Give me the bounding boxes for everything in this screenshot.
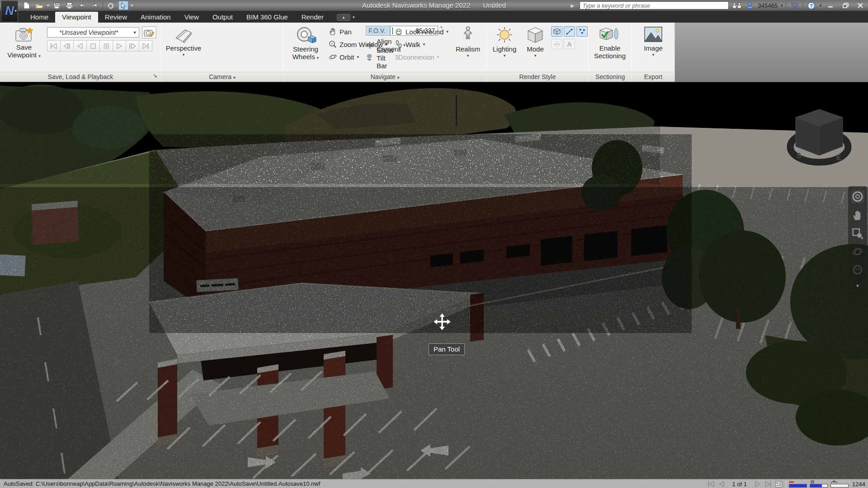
walk-dropdown-icon[interactable]: ▾ xyxy=(423,42,425,47)
rewind-start-button[interactable] xyxy=(47,40,61,52)
steering-wheels-dropdown-icon[interactable]: ▾ xyxy=(317,56,319,60)
next-sheet-button[interactable] xyxy=(753,480,761,488)
orbit-nav-icon[interactable] xyxy=(852,246,863,258)
select-dropdown-icon[interactable]: ▾ xyxy=(131,3,133,8)
ribbon-viewpoint: Save Viewpoint ▾ *Unsaved Viewpoint* ▾ xyxy=(0,23,868,82)
restore-button[interactable] xyxy=(840,1,851,9)
viewpoint-combo-dropdown-icon[interactable]: ▾ xyxy=(131,30,139,35)
render-snap-points-toggle[interactable] xyxy=(551,39,562,49)
play-backward-button[interactable] xyxy=(73,40,87,52)
group-label-save-load-playback[interactable]: Save, Load & Playback ↘ xyxy=(0,72,161,82)
walk-button[interactable]: Walk▾ xyxy=(395,39,425,50)
step-forward-button[interactable] xyxy=(126,40,139,52)
perspective-dropdown-icon[interactable]: ▾ xyxy=(183,53,185,56)
edit-viewpoint-button[interactable] xyxy=(142,26,156,38)
search-input[interactable] xyxy=(580,1,729,9)
zoom-nav-icon[interactable] xyxy=(852,228,863,239)
render-points-toggle[interactable] xyxy=(576,26,588,37)
user-id-label[interactable]: 345465 xyxy=(758,2,778,9)
svg-text:S: S xyxy=(797,152,802,160)
export-image-button[interactable]: Image ▾ xyxy=(639,24,667,57)
statusbar-separator xyxy=(786,480,786,488)
tab-output[interactable]: Output xyxy=(206,12,240,23)
group-label-navigate[interactable]: Navigate ▾ xyxy=(283,72,486,82)
render-surfaces-toggle[interactable] xyxy=(551,26,562,37)
refresh-button[interactable] xyxy=(106,1,116,10)
zoom-window-dropdown-icon[interactable]: ▾ xyxy=(386,42,388,47)
save-viewpoint-dropdown-icon[interactable]: ▾ xyxy=(38,54,41,58)
minimize-button[interactable] xyxy=(825,1,836,9)
print-button[interactable] xyxy=(65,1,75,10)
enable-sectioning-button[interactable]: Enable Sectioning xyxy=(591,24,629,60)
group-label-render-style[interactable]: Render Style xyxy=(487,72,588,82)
tab-bim360glue[interactable]: BIM 360 Glue xyxy=(240,12,295,23)
render-text-toggle[interactable]: A xyxy=(564,39,575,49)
look-around-dropdown-icon[interactable]: ▾ xyxy=(446,29,448,34)
viewpoint-combobox[interactable]: *Unsaved Viewpoint* ▾ xyxy=(47,27,139,38)
render-lines-toggle[interactable] xyxy=(564,26,575,37)
redo-button[interactable] xyxy=(90,1,100,10)
help-dropdown-icon[interactable]: ▾ xyxy=(819,3,821,8)
ribbon-display-dropdown-icon[interactable]: ▾ xyxy=(353,15,355,19)
search-binoculars-icon[interactable] xyxy=(732,1,742,10)
new-file-button[interactable] xyxy=(22,1,32,10)
navbar-more-chevron-icon[interactable]: ▾ xyxy=(856,283,859,289)
previous-sheet-button[interactable] xyxy=(718,480,726,488)
ribbon-display-icon[interactable]: ▲ xyxy=(337,14,350,21)
first-sheet-button[interactable] xyxy=(707,480,715,488)
group-label-sectioning[interactable]: Sectioning xyxy=(589,72,632,82)
open-file-button[interactable] xyxy=(34,1,44,10)
mode-button[interactable]: Mode ▾ xyxy=(521,24,549,58)
web-server-icon xyxy=(830,480,838,483)
last-sheet-button[interactable] xyxy=(764,480,772,488)
undo-button[interactable] xyxy=(77,1,87,10)
tab-render[interactable]: Render xyxy=(295,12,330,23)
group-label-camera[interactable]: Camera ▾ xyxy=(161,72,283,82)
dialog-launcher-icon[interactable]: ↘ xyxy=(153,71,157,80)
look-around-button[interactable]: Look Around▾ xyxy=(395,26,448,37)
help-icon[interactable]: ? xyxy=(806,1,816,10)
user-dropdown-icon[interactable]: ▾ xyxy=(781,3,783,8)
tab-view[interactable]: View xyxy=(178,12,206,23)
viewport-3d-scene[interactable]: W N S E xyxy=(0,82,868,479)
steering-wheel-nav-icon[interactable] xyxy=(851,190,864,203)
group-label-export[interactable]: Export xyxy=(632,72,675,82)
viewcube[interactable]: W N S E xyxy=(790,109,848,162)
save-viewpoint-button[interactable]: Save Viewpoint ▾ xyxy=(5,24,43,59)
zoom-window-button[interactable]: Zoom Window▾ xyxy=(329,39,387,50)
stop-button[interactable] xyxy=(86,40,100,52)
orbit-button[interactable]: Orbit▾ xyxy=(329,52,359,62)
titlebar-separator2 xyxy=(802,1,803,9)
play-button[interactable] xyxy=(113,40,126,52)
tab-animation[interactable]: Animation xyxy=(134,12,178,23)
export-image-dropdown-icon[interactable]: ▾ xyxy=(652,53,655,56)
tab-viewpoint[interactable]: Viewpoint xyxy=(55,12,98,23)
lighting-button[interactable]: Lighting ▾ xyxy=(490,24,519,58)
realism-dropdown-icon[interactable]: ▾ xyxy=(467,54,469,57)
pan-button[interactable]: Pan xyxy=(329,26,352,37)
app-store-cart-icon[interactable] xyxy=(789,1,799,10)
viewport-3d[interactable]: W N S E Pan Tool xyxy=(0,82,868,479)
tab-home[interactable]: Home xyxy=(24,12,55,23)
open-dropdown-icon[interactable]: ▾ xyxy=(47,3,49,8)
look-nav-icon[interactable] xyxy=(852,264,863,276)
perspective-button[interactable]: Perspective ▾ xyxy=(165,24,202,57)
save-button[interactable] xyxy=(52,1,62,10)
mode-dropdown-icon[interactable]: ▾ xyxy=(534,54,537,57)
realism-button[interactable]: Realism ▾ xyxy=(453,24,482,58)
orbit-dropdown-icon[interactable]: ▾ xyxy=(357,55,359,59)
close-button[interactable] xyxy=(854,1,866,9)
sheet-browser-button[interactable] xyxy=(775,480,783,488)
application-menu-button[interactable]: N▾ xyxy=(1,0,18,22)
steering-wheels-button[interactable]: Steering Wheels ▾ xyxy=(287,24,324,61)
step-back-button[interactable] xyxy=(60,40,74,52)
go-to-end-button[interactable] xyxy=(139,40,152,52)
pause-button[interactable] xyxy=(99,40,113,52)
sign-in-user-icon[interactable] xyxy=(745,1,755,10)
pan-nav-icon[interactable] xyxy=(852,210,863,221)
tab-review[interactable]: Review xyxy=(98,12,134,23)
select-tool-button[interactable] xyxy=(118,1,128,10)
threedconnexion-button[interactable]: 3Dconnexion▾ xyxy=(395,52,439,62)
lighting-dropdown-icon[interactable]: ▾ xyxy=(504,54,506,57)
search-panel-arrow-icon[interactable]: ▶ xyxy=(571,3,576,8)
